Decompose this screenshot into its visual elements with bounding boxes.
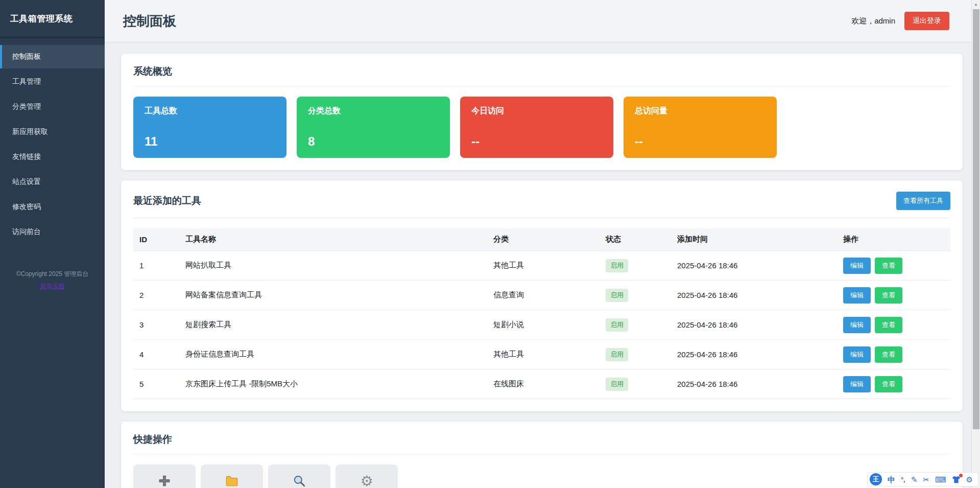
scrollbar-up-arrow-icon[interactable]: ▲ (972, 1, 980, 8)
view-all-tools-button[interactable]: 查看所有工具 (896, 192, 950, 210)
tool-id: 1 (133, 251, 179, 281)
stat-card-total-categories: 分类总数 8 (297, 97, 450, 158)
recent-tools-card: 最近添加的工具 查看所有工具 ID 工具名称 分类 状态 添加时间 (121, 180, 963, 411)
gear-icon: ⚙ (360, 474, 374, 488)
sidebar-item-friend-links[interactable]: 友情链接 (0, 145, 105, 169)
copyright-link[interactable]: 菜鸟乐园 (40, 282, 65, 291)
view-button[interactable]: 查看 (875, 346, 902, 363)
topbar-right: 欢迎，admin 退出登录 (851, 12, 949, 30)
edit-button[interactable]: 编辑 (843, 376, 871, 392)
col-header-added: 添加时间 (671, 228, 837, 251)
divider (133, 454, 950, 454)
table-row: 1 网站扒取工具 其他工具 启用 2025-04-26 18:46 编辑查看 (133, 251, 950, 281)
main-area: 控制面板 欢迎，admin 退出登录 系统概览 工具总数 11 分类总数 (105, 0, 980, 488)
tool-id: 4 (133, 340, 179, 369)
tool-actions-cell: 编辑查看 (837, 251, 950, 281)
quick-actions-card: 快捷操作 (121, 422, 963, 488)
view-button[interactable]: 查看 (875, 317, 902, 333)
table-row: 5 京东图床上传工具 -限制5MB大小 在线图床 启用 2025-04-26 1… (133, 369, 950, 399)
edit-button[interactable]: 编辑 (843, 287, 871, 304)
sidebar: 工具箱管理系统 控制面板 工具管理 分类管理 新应用获取 友情链接 站点设置 修… (0, 0, 105, 488)
recent-tools-title: 最近添加的工具 (133, 194, 201, 207)
tool-added-time: 2025-04-26 18:46 (671, 281, 837, 310)
sidebar-item-dashboard[interactable]: 控制面板 (0, 45, 105, 68)
ime-keyboard-icon[interactable]: ⌨ (935, 476, 946, 483)
edit-button[interactable]: 编辑 (843, 346, 871, 363)
sidebar-item-category-management[interactable]: 分类管理 (0, 95, 105, 119)
top-header-bar: 控制面板 欢迎，admin 退出登录 (105, 0, 980, 42)
view-button[interactable]: 查看 (875, 287, 902, 304)
stat-card-total-visits: 总访问量 -- (624, 97, 777, 158)
table-row: 3 短剧搜索工具 短剧小说 启用 2025-04-26 18:46 编辑查看 (133, 310, 950, 340)
stat-value: -- (635, 134, 766, 149)
quick-action-search[interactable] (268, 464, 330, 488)
stat-card-total-tools: 工具总数 11 (133, 97, 286, 158)
notification-dot (959, 474, 963, 477)
table-row: 2 网站备案信息查询工具 信息查询 启用 2025-04-26 18:46 编辑… (133, 281, 950, 310)
tool-status-cell: 启用 (600, 281, 671, 310)
quick-action-add-tool[interactable] (133, 464, 196, 488)
edit-button[interactable]: 编辑 (843, 317, 871, 333)
col-header-category: 分类 (487, 228, 600, 251)
view-button[interactable]: 查看 (875, 258, 902, 274)
sidebar-item-label: 控制面板 (12, 52, 41, 61)
tool-name: 网站备案信息查询工具 (179, 281, 487, 310)
tool-category: 在线图床 (487, 369, 600, 399)
tool-status-cell: 启用 (600, 369, 671, 399)
stat-value: 11 (145, 134, 275, 149)
sidebar-item-label: 工具管理 (12, 77, 41, 86)
ime-chinese-mode-icon[interactable]: 中 (888, 476, 895, 483)
tool-status-cell: 启用 (600, 310, 671, 340)
status-badge: 启用 (606, 259, 628, 272)
sidebar-nav: 控制面板 工具管理 分类管理 新应用获取 友情链接 站点设置 修改密码 访问前台 (0, 45, 105, 245)
tool-name: 身份证信息查询工具 (179, 340, 487, 369)
main-content: 系统概览 工具总数 11 分类总数 8 今日访问 -- (105, 42, 980, 488)
app-title: 工具箱管理系统 (10, 13, 73, 25)
sidebar-item-new-app[interactable]: 新应用获取 (0, 120, 105, 144)
stats-row: 工具总数 11 分类总数 8 今日访问 -- 总访问量 -- (133, 97, 950, 158)
sidebar-item-change-password[interactable]: 修改密码 (0, 195, 105, 219)
quick-actions-title: 快捷操作 (133, 433, 950, 446)
tool-name: 网站扒取工具 (179, 251, 487, 281)
sidebar-item-label: 分类管理 (12, 102, 41, 111)
status-badge: 启用 (606, 289, 628, 302)
vertical-scrollbar[interactable]: ▲ (971, 0, 980, 488)
view-button[interactable]: 查看 (875, 376, 902, 392)
stat-label: 总访问量 (635, 106, 766, 117)
tool-added-time: 2025-04-26 18:46 (671, 340, 837, 369)
stat-value: 8 (308, 134, 439, 149)
recent-tools-table: ID 工具名称 分类 状态 添加时间 操作 1 网站扒取工具 其他工具 (133, 228, 950, 399)
table-row: 4 身份证信息查询工具 其他工具 启用 2025-04-26 18:46 编辑查… (133, 340, 950, 369)
tool-category: 短剧小说 (487, 310, 600, 340)
sidebar-footer: ©Copyright 2025 管理后台 菜鸟乐园 (0, 270, 105, 291)
sidebar-item-label: 新应用获取 (12, 127, 48, 136)
stat-card-today-visits: 今日访问 -- (460, 97, 613, 158)
quick-action-categories[interactable] (201, 464, 263, 488)
sidebar-item-site-settings[interactable]: 站点设置 (0, 170, 105, 194)
tool-added-time: 2025-04-26 18:46 (671, 310, 837, 340)
ime-scissors-icon[interactable]: ✂ (923, 476, 929, 483)
sidebar-item-label: 修改密码 (12, 202, 41, 212)
sidebar-item-tool-management[interactable]: 工具管理 (0, 70, 105, 94)
logout-button[interactable]: 退出登录 (904, 12, 949, 30)
sidebar-item-label: 站点设置 (12, 177, 41, 187)
sidebar-item-visit-frontend[interactable]: 访问前台 (0, 220, 105, 244)
edit-button[interactable]: 编辑 (843, 258, 871, 274)
copyright-text: ©Copyright 2025 管理后台 (0, 270, 105, 278)
tool-category: 其他工具 (487, 340, 600, 369)
col-header-id: ID (133, 228, 179, 251)
divider (133, 86, 950, 86)
tool-name: 京东图床上传工具 -限制5MB大小 (179, 369, 487, 399)
ime-logo-icon[interactable]: 王 (870, 473, 882, 485)
page-title: 控制面板 (123, 12, 176, 30)
ime-skin-shirt-icon[interactable] (952, 476, 961, 483)
divider (133, 218, 950, 218)
ime-settings-gear-icon[interactable]: ⚙ (966, 476, 973, 483)
col-header-status: 状态 (600, 228, 671, 251)
ime-pen-icon[interactable]: ✎ (911, 476, 918, 483)
quick-action-settings[interactable]: ⚙ (336, 464, 398, 488)
folder-icon (225, 474, 239, 488)
ime-punctuation-icon[interactable]: °, (901, 476, 905, 483)
scrollbar-thumb[interactable] (973, 9, 979, 429)
stat-value: -- (471, 134, 602, 149)
